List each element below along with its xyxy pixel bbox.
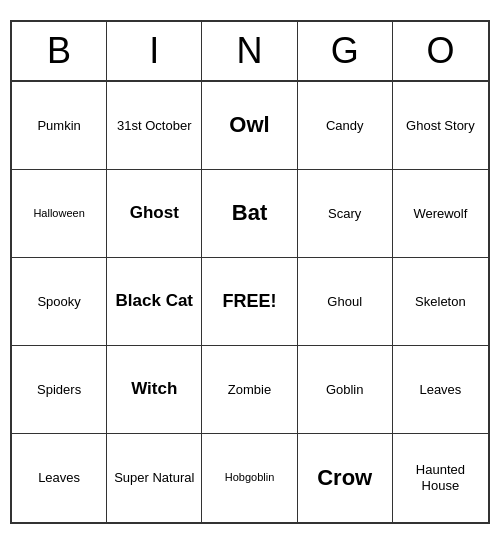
bingo-cell-1: 31st October bbox=[107, 82, 202, 170]
bingo-letter-g: G bbox=[298, 22, 393, 80]
bingo-cell-4: Ghost Story bbox=[393, 82, 488, 170]
bingo-letter-i: I bbox=[107, 22, 202, 80]
bingo-cell-22: Hobgoblin bbox=[202, 434, 297, 522]
bingo-header: BINGO bbox=[12, 22, 488, 82]
bingo-cell-13: Ghoul bbox=[298, 258, 393, 346]
bingo-letter-n: N bbox=[202, 22, 297, 80]
bingo-cell-2: Owl bbox=[202, 82, 297, 170]
bingo-grid: Pumkin31st OctoberOwlCandyGhost StoryHal… bbox=[12, 82, 488, 522]
bingo-cell-15: Spiders bbox=[12, 346, 107, 434]
bingo-cell-24: Haunted House bbox=[393, 434, 488, 522]
bingo-cell-10: Spooky bbox=[12, 258, 107, 346]
bingo-cell-3: Candy bbox=[298, 82, 393, 170]
bingo-cell-0: Pumkin bbox=[12, 82, 107, 170]
bingo-cell-19: Leaves bbox=[393, 346, 488, 434]
bingo-card: BINGO Pumkin31st OctoberOwlCandyGhost St… bbox=[10, 20, 490, 524]
bingo-cell-5: Halloween bbox=[12, 170, 107, 258]
bingo-cell-8: Scary bbox=[298, 170, 393, 258]
bingo-cell-11: Black Cat bbox=[107, 258, 202, 346]
bingo-letter-o: O bbox=[393, 22, 488, 80]
bingo-letter-b: B bbox=[12, 22, 107, 80]
bingo-cell-18: Goblin bbox=[298, 346, 393, 434]
bingo-cell-23: Crow bbox=[298, 434, 393, 522]
bingo-cell-9: Werewolf bbox=[393, 170, 488, 258]
bingo-cell-17: Zombie bbox=[202, 346, 297, 434]
bingo-cell-12: FREE! bbox=[202, 258, 297, 346]
bingo-cell-7: Bat bbox=[202, 170, 297, 258]
bingo-cell-20: Leaves bbox=[12, 434, 107, 522]
bingo-cell-6: Ghost bbox=[107, 170, 202, 258]
bingo-cell-14: Skeleton bbox=[393, 258, 488, 346]
bingo-cell-16: Witch bbox=[107, 346, 202, 434]
bingo-cell-21: Super Natural bbox=[107, 434, 202, 522]
